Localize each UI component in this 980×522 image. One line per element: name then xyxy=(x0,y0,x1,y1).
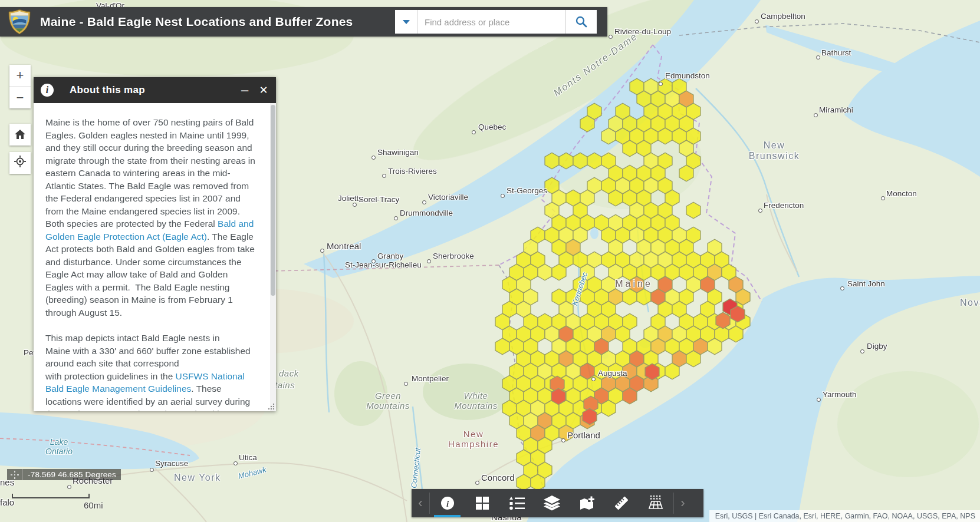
map-label-drummondville: Drummondville xyxy=(400,209,453,218)
city-marker-dot xyxy=(881,196,885,200)
basemap-gallery-button[interactable] xyxy=(465,489,499,517)
screening-grid-icon xyxy=(648,495,665,511)
city-marker-dot xyxy=(840,286,844,290)
city-marker-dot xyxy=(475,481,479,485)
map-label-utica: Utica xyxy=(239,453,257,462)
map-label-riviere-du-loup: Riviere-du-Loup xyxy=(614,27,671,37)
map-label-fredericton: Fredericton xyxy=(764,201,804,210)
map-attribution: Esri, USGS | Esri Canada, Esri, HERE, Ga… xyxy=(709,510,980,522)
about-widget-button[interactable]: i xyxy=(430,489,465,517)
city-marker-dot xyxy=(382,174,386,178)
map-label-edmundston: Edmundston xyxy=(665,71,710,81)
search-icon xyxy=(575,15,588,28)
city-marker-dot xyxy=(427,259,431,263)
chevron-right-icon: › xyxy=(680,495,685,511)
widget-toolbar: ‹ i xyxy=(412,489,703,517)
layers-icon xyxy=(544,495,560,511)
city-marker-dot xyxy=(860,349,864,353)
map-label-green-mountains: Green Mountains xyxy=(366,391,410,411)
map-label-augusta: Augusta xyxy=(598,369,627,378)
ruler-icon xyxy=(613,495,630,511)
info-circle-icon: i xyxy=(440,495,455,511)
search-widget xyxy=(395,10,597,34)
map-label-st-jean-sur-richelieu: St-Jean-sur-Richelieu xyxy=(345,260,422,270)
map-label-kennebec: Kennebec xyxy=(571,271,590,306)
map-label-victoriaville: Victoriaville xyxy=(428,193,468,202)
map-label-new-york: New York xyxy=(174,473,221,483)
map-label-sherbrooke: Sherbrooke xyxy=(433,252,474,261)
minimize-button[interactable]: – xyxy=(236,79,254,101)
city-marker-dot xyxy=(371,156,376,160)
map-label-maine: Maine xyxy=(615,279,653,289)
city-marker-dot xyxy=(501,194,505,198)
map-label-new-brunswick: New Brunswick xyxy=(749,140,800,162)
map-label-portland: Portland xyxy=(567,430,600,440)
city-marker-dot xyxy=(609,35,613,39)
map-label-white-mountains: White Mountains xyxy=(454,391,498,411)
map-label-dack: dack xyxy=(279,368,299,378)
map-label-connecticut: Connecticut xyxy=(410,448,423,489)
map-label-campbellton: Campbellton xyxy=(761,12,805,21)
map-label-quebec: Quebec xyxy=(478,123,506,132)
scrollbar-track[interactable] xyxy=(270,103,276,411)
measurement-button[interactable] xyxy=(604,489,639,517)
resize-handle-icon[interactable] xyxy=(268,403,275,410)
city-marker-dot xyxy=(817,398,821,402)
city-marker-dot xyxy=(353,203,357,207)
map-label-monts-notre-dame: Monts Notre-Dame xyxy=(551,30,640,98)
city-marker-dot xyxy=(422,200,426,204)
city-marker-dot xyxy=(394,216,398,220)
close-button[interactable]: ✕ xyxy=(254,84,274,97)
city-marker-dot xyxy=(404,382,408,386)
city-marker-dot xyxy=(816,55,820,60)
map-label-montreal: Montreal xyxy=(327,241,361,251)
map-label-sorel-tracy: Sorel-Tracy xyxy=(359,195,399,204)
legend-list-icon xyxy=(509,496,525,510)
add-data-icon xyxy=(579,495,594,511)
city-marker-dot xyxy=(234,461,238,465)
map-label-digby: Digby xyxy=(867,342,887,351)
city-marker-dot xyxy=(755,19,759,24)
search-button[interactable] xyxy=(565,10,597,34)
scrollbar-thumb[interactable] xyxy=(271,105,275,296)
city-marker-dot xyxy=(659,82,663,86)
city-marker-dot xyxy=(472,130,476,134)
chevron-down-icon xyxy=(403,20,410,24)
search-source-dropdown[interactable] xyxy=(395,10,417,34)
city-marker-dot xyxy=(814,113,818,117)
basemap-grid-icon xyxy=(475,496,489,510)
map-label-moncton: Moncton xyxy=(886,189,917,199)
map-label-new-hampshire: New Hampshire xyxy=(448,429,499,450)
city-marker-dot xyxy=(758,209,762,213)
screening-button[interactable] xyxy=(639,489,673,517)
map-label-nova: Nova xyxy=(960,298,980,308)
map-label-granby: Granby xyxy=(377,252,403,261)
city-marker-dot xyxy=(561,438,565,442)
toolbar-previous-button[interactable]: ‹ xyxy=(412,489,429,517)
layer-list-button[interactable] xyxy=(534,489,569,517)
map-label-trois-rivieres: Trois-Rivieres xyxy=(388,167,437,176)
chevron-left-icon: ‹ xyxy=(418,495,422,511)
add-data-button[interactable] xyxy=(569,489,604,517)
map-label-mohawk: Mohawk xyxy=(238,465,268,481)
map-label-syracuse: Syracuse xyxy=(155,459,188,468)
toolbar-next-button[interactable]: › xyxy=(674,489,692,517)
map-label-st-georges: St-Georges xyxy=(507,186,547,196)
scale-bar xyxy=(0,0,118,522)
scale-bar-label: 60mi xyxy=(84,500,103,510)
map-label-saint-john: Saint John xyxy=(847,279,885,289)
map-application: { "header": { "title": "Maine - Bald Eag… xyxy=(0,0,980,522)
map-label-miramichi: Miramichi xyxy=(819,105,853,115)
map-label-concord: Concord xyxy=(481,473,515,483)
map-label-bathurst: Bathurst xyxy=(821,48,851,58)
map-label-tains: tains xyxy=(275,380,295,390)
legend-button[interactable] xyxy=(499,489,534,517)
search-input[interactable] xyxy=(417,10,565,34)
city-marker-dot xyxy=(591,377,596,381)
map-label-shawinigan: Shawinigan xyxy=(377,148,419,157)
city-marker-dot xyxy=(150,468,154,472)
city-marker-dot xyxy=(320,249,324,253)
map-label-yarmouth: Yarmouth xyxy=(823,390,857,399)
map-label-montpelier: Montpelier xyxy=(412,374,449,384)
